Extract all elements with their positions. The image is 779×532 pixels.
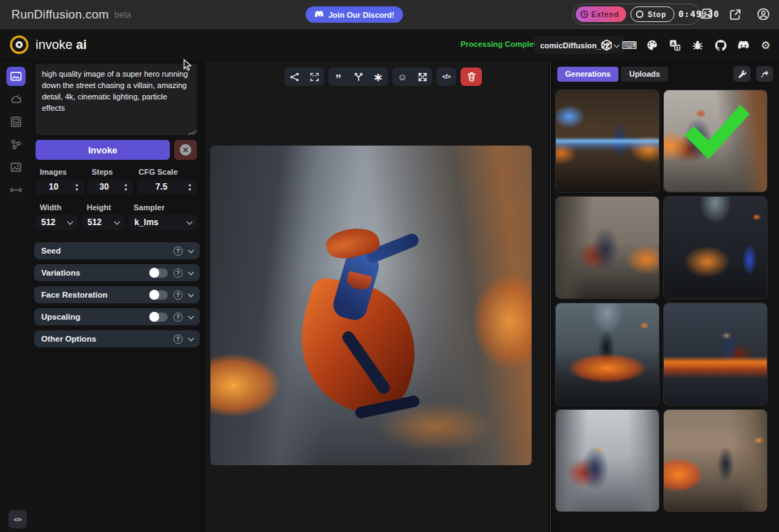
chevron-down-icon	[67, 219, 72, 224]
tab-nodes[interactable]	[6, 135, 26, 154]
accordion-face-restoration[interactable]: Face Restoration ?	[34, 286, 200, 303]
face-restoration-accordion-label: Face Restoration	[41, 291, 149, 299]
share-send-to-button[interactable]	[284, 67, 304, 86]
cfg-stepper[interactable]: ▲▼	[185, 183, 195, 192]
accordion-other-options[interactable]: Other Options ?	[34, 330, 200, 347]
panel-resize-handle[interactable]	[548, 61, 553, 532]
status-text: Processing Complete	[461, 40, 540, 48]
delete-image-button[interactable]	[461, 67, 482, 86]
fullscreen-button[interactable]	[304, 67, 324, 86]
model-manager-icon[interactable]	[599, 38, 614, 53]
accordion-variations[interactable]: Variations ?	[34, 264, 200, 281]
chevron-down-icon	[188, 247, 193, 253]
restore-faces-button[interactable]: ☺	[392, 67, 412, 86]
invoke-button[interactable]: Invoke	[36, 140, 170, 160]
view-metadata-button[interactable]: </>	[436, 67, 456, 86]
gallery-thumbnail[interactable]	[555, 409, 660, 512]
help-icon[interactable]: ?	[173, 291, 183, 300]
discord-link-icon[interactable]	[736, 38, 751, 53]
chevron-down-icon	[188, 291, 193, 297]
language-icon[interactable]: A	[667, 38, 682, 53]
help-icon[interactable]: ?	[173, 268, 183, 278]
discord-icon	[314, 11, 324, 18]
steps-input[interactable]: 30 ▲▼	[87, 179, 133, 195]
current-image[interactable]	[210, 146, 532, 465]
tab-text-to-image[interactable]	[6, 67, 26, 86]
accordion-seed[interactable]: Seed ?	[34, 242, 200, 259]
cfg-scale-label: CFG Scale	[139, 168, 178, 176]
cancel-x-icon: ✕	[180, 144, 191, 156]
upscale-button[interactable]	[412, 67, 432, 86]
gallery-thumbnail[interactable]	[555, 196, 660, 299]
gallery-thumbnail[interactable]	[663, 196, 768, 299]
tab-training[interactable]	[6, 180, 26, 200]
images-stepper[interactable]: ▲▼	[72, 183, 82, 192]
extend-session-button[interactable]: Extend	[576, 6, 626, 22]
options-panel: high quality image of a super hero runni…	[32, 61, 204, 532]
images-input[interactable]: 10 ▲▼	[36, 179, 84, 195]
cancel-button[interactable]: ✕	[174, 140, 197, 160]
gallery-thumbnail[interactable]	[663, 303, 768, 406]
steps-stepper[interactable]: ▲▼	[121, 183, 131, 192]
theme-palette-icon[interactable]	[645, 38, 660, 53]
chevron-down-icon	[188, 269, 193, 275]
tab-post-processing[interactable]	[6, 158, 26, 177]
topbar-icon-group	[698, 6, 772, 23]
sampler-value: k_lms	[134, 217, 159, 227]
chevron-down-icon	[188, 335, 193, 341]
account-icon[interactable]	[755, 6, 772, 23]
pin-gallery-icon[interactable]	[756, 66, 773, 82]
sampler-label: Sampler	[134, 203, 164, 212]
tab-uploads[interactable]: Uploads	[621, 67, 667, 82]
cfg-scale-input[interactable]: 7.5 ▲▼	[138, 179, 197, 195]
use-all-params-button[interactable]: ∗	[368, 67, 388, 86]
accordion-upscaling[interactable]: Upscaling ?	[34, 308, 200, 325]
settings-gear-icon[interactable]: ⚙	[758, 38, 773, 53]
gallery-thumbnail[interactable]	[555, 89, 660, 192]
tab-unified-canvas[interactable]	[6, 112, 26, 131]
github-icon[interactable]	[713, 38, 728, 53]
use-params-group: ” ∗	[328, 67, 388, 86]
help-icon[interactable]: ?	[173, 335, 183, 344]
tab-generations[interactable]: Generations	[557, 67, 618, 82]
help-icon[interactable]: ?	[173, 313, 183, 322]
brand-logo: RunDiffusion.com	[11, 8, 109, 22]
top-bar: RunDiffusion.com beta Join Our Discord! …	[0, 0, 779, 29]
help-icon[interactable]: ?	[173, 246, 183, 256]
gallery-settings-wrench-icon[interactable]	[734, 66, 751, 82]
report-bug-icon[interactable]	[690, 38, 705, 53]
variations-accordion-label: Variations	[41, 268, 149, 277]
face-restoration-toggle[interactable]	[149, 291, 168, 300]
gallery-thumbnail[interactable]	[663, 409, 768, 512]
tab-image-to-image[interactable]	[6, 89, 26, 109]
beta-badge: beta	[114, 10, 131, 20]
clock-icon	[580, 10, 589, 18]
gallery-actions	[734, 66, 773, 82]
invoke-logo-icon	[10, 36, 28, 54]
gallery-thumbnail-selected[interactable]	[663, 89, 768, 192]
open-external-icon[interactable]	[726, 6, 743, 23]
gallery-thumbnail[interactable]	[555, 303, 660, 406]
hotkeys-icon[interactable]: ⌨	[622, 38, 637, 53]
sampler-select[interactable]: k_lms	[129, 215, 197, 230]
header-icon-group: ⌨ A ⚙	[599, 38, 773, 53]
stop-session-button[interactable]: Stop	[630, 6, 674, 22]
selected-check-icon	[677, 100, 756, 171]
app-title-bold: ai	[76, 38, 87, 52]
height-select[interactable]: 512	[82, 215, 124, 230]
sessions-gallery-icon[interactable]	[698, 6, 715, 23]
join-discord-button[interactable]: Join Our Discord!	[306, 6, 403, 23]
image-toolbar: ” ∗ ☺ </>	[284, 67, 482, 86]
width-select[interactable]: 512	[36, 215, 77, 230]
console-toggle-button[interactable]: </>	[9, 510, 27, 528]
cfg-scale-value: 7.5	[138, 182, 185, 192]
use-seed-button[interactable]	[348, 67, 368, 86]
chevron-down-icon	[114, 219, 119, 224]
images-value: 10	[36, 182, 72, 192]
upscaling-toggle[interactable]	[149, 313, 168, 322]
app-title: invoke ai	[36, 38, 87, 53]
use-prompt-button[interactable]: ”	[328, 67, 348, 86]
variations-toggle[interactable]	[149, 268, 168, 278]
height-label: Height	[87, 203, 111, 212]
prompt-input[interactable]: high quality image of a super hero runni…	[36, 64, 197, 135]
